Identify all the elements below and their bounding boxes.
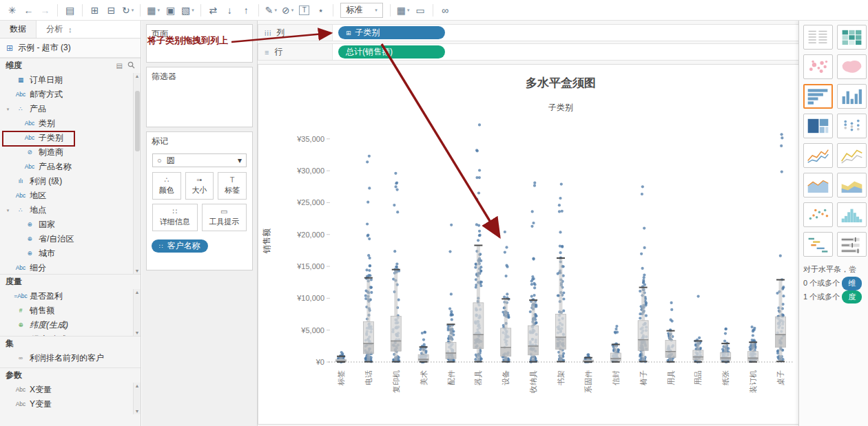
showme-bullet-thumb[interactable] (837, 232, 867, 257)
mark-type-dropdown[interactable]: ○ 圆 ▾ (152, 153, 247, 167)
sum-sales-pill[interactable]: 总计(销售额) (338, 45, 445, 58)
field-item[interactable]: AbcY变量 (0, 397, 141, 412)
svg-text:¥0: ¥0 (316, 358, 324, 366)
showme-filled-map-thumb[interactable] (837, 54, 867, 79)
tab-analytics[interactable]: 分析 ↕ (37, 21, 82, 38)
text-label-icon: T (299, 6, 309, 15)
customer-name-pill[interactable]: ∷ 客户名称 (152, 239, 208, 253)
label-button[interactable]: T标签 (218, 172, 247, 200)
toolbar-separator (433, 4, 433, 17)
color-button[interactable]: ∴颜色 (152, 172, 181, 200)
svg-text:设备: 设备 (502, 370, 510, 385)
fix-axes-button[interactable]: ⋆ (313, 2, 329, 19)
field-item[interactable]: AbcX变量 (0, 383, 141, 397)
showme-h-bars-thumb[interactable] (803, 84, 833, 109)
field-item[interactable]: Abc邮寄方式 (0, 87, 141, 102)
showme-line-disc-thumb[interactable] (837, 143, 867, 168)
showme-symbol-map-thumb[interactable] (803, 54, 833, 79)
set-icon: ∞ (12, 355, 30, 361)
subcategory-pill[interactable]: ⊞ 子类别 (338, 26, 445, 39)
presentation-mode-button[interactable]: ▭ (413, 2, 428, 19)
field-item[interactable]: ⊘制造商 (0, 145, 141, 160)
showme-gantt-thumb[interactable] (803, 232, 833, 257)
chart-canvas[interactable]: 多水平盒须图子类别销售额¥0¥5,000¥10,000¥15,000¥20,00… (258, 65, 798, 424)
duplicate-sheet-button[interactable]: ▣ (163, 2, 178, 19)
field-item[interactable]: ▦订单日期 (0, 73, 141, 87)
field-item[interactable]: Abc类别 (0, 116, 141, 131)
mark-buttons-row1: ∴颜色▫▪大小T标签 (152, 172, 247, 200)
showme-histogram-thumb[interactable] (837, 202, 867, 227)
filters-shelf[interactable]: 筛选器 (146, 67, 253, 127)
tab-data-label: 数据 (10, 23, 26, 35)
parameters-header[interactable]: 参数 (0, 368, 141, 383)
group-members-button[interactable]: ⊘▾ (280, 2, 296, 19)
marks-card[interactable]: 标记 ○ 圆 ▾ ∴颜色▫▪大小T标签 ∷详细信息▭工具提示 ∷ 客户名称 (146, 131, 253, 270)
dimensions-header[interactable]: 维度 ▤ (0, 58, 141, 73)
field-item[interactable]: Abc地区 (0, 189, 141, 203)
share-workbook-button[interactable]: ∞ (437, 2, 453, 19)
undo-button[interactable]: ← (21, 2, 37, 19)
field-item[interactable]: #销售额 (0, 303, 141, 318)
field-item[interactable]: ⊕经度(生成) (0, 332, 141, 336)
undo-icon: ← (24, 6, 34, 15)
sort-descending-button[interactable]: ↑ (238, 2, 254, 19)
field-item[interactable]: Abc细分 (0, 261, 141, 274)
showme-text-table-thumb[interactable] (803, 25, 833, 50)
svg-text:用具: 用具 (667, 370, 675, 385)
new-worksheet-button[interactable]: ▦▾ (145, 2, 162, 19)
highlight-button[interactable]: ✎▾ (263, 2, 279, 19)
field-item[interactable]: ⊕省/自治区 (0, 232, 141, 246)
showme-area-disc-thumb[interactable] (837, 173, 867, 198)
rows-shelf[interactable]: ≡ 行 总计(销售额) (258, 43, 799, 61)
show-mark-labels-button[interactable]: ▦▾ (395, 2, 412, 19)
search-icon[interactable] (127, 61, 135, 70)
showme-circle-views-thumb[interactable] (837, 114, 867, 138)
showme-v-bars-thumb[interactable] (837, 84, 867, 109)
columns-shelf[interactable]: iii 列 ⊞ 子类别 (258, 24, 799, 41)
field-item[interactable]: ⊕城市 (0, 246, 141, 261)
field-item[interactable]: Abc产品名称 (0, 160, 141, 174)
fit-dropdown[interactable]: 标准▾ (340, 3, 383, 18)
detail-button[interactable]: ∷详细信息 (152, 204, 198, 231)
showme-treemap-thumb[interactable] (803, 114, 833, 138)
field-item[interactable]: =Abc是否盈利 (0, 289, 141, 303)
showme-area-cont-thumb[interactable] (803, 173, 833, 198)
tooltip-button[interactable]: ▭工具提示 (202, 204, 247, 231)
save-button[interactable]: ▤ (62, 2, 78, 19)
redo-button[interactable]: → (37, 2, 53, 19)
field-item[interactable]: ▾∴地点 (0, 203, 141, 217)
swap-axes-button[interactable]: ⇄ (205, 2, 221, 19)
sets-header[interactable]: 集 (0, 336, 141, 351)
add-datasource-button[interactable]: ⊞ (87, 2, 103, 19)
field-item[interactable]: ⊕国家 (0, 217, 141, 232)
sort-fields-icon[interactable]: ↕ (68, 25, 72, 34)
tableau-logo-button[interactable]: ✳ (4, 2, 20, 19)
clear-sheet-button[interactable]: ▧▾ (179, 2, 196, 19)
field-item[interactable]: ∞利润排名前列的客户 (0, 351, 141, 365)
datasource-item[interactable]: ⊞ 示例 - 超市 (3) (0, 39, 141, 58)
run-auto-updates-button[interactable]: ↻▾ (120, 2, 136, 19)
sort-ascending-button[interactable]: ↓ (222, 2, 238, 19)
showme-line-cont-thumb[interactable] (803, 143, 833, 168)
showme-scatter-thumb[interactable] (803, 202, 833, 227)
field-item[interactable]: ılı利润 (级) (0, 174, 141, 189)
meas-list: ▲ ▼ =Abc是否盈利#销售额⊕纬度(生成)⊕经度(生成) (0, 289, 141, 336)
field-item[interactable]: ▾∴产品 (0, 102, 141, 116)
showme-heatmap-thumb[interactable] (837, 25, 867, 50)
chart-card: 多水平盒须图子类别销售额¥0¥5,000¥10,000¥15,000¥20,00… (258, 64, 799, 425)
tooltip-icon: ▭ (220, 208, 227, 215)
view-list-icon[interactable]: ▤ (116, 62, 123, 70)
mark-type-label: 圆 (167, 155, 175, 167)
field-item[interactable]: Abc子类别 (0, 131, 141, 145)
show-me-panel: 对于水平条，尝 0 个或多个 维 1 个或多个 度 (798, 21, 868, 426)
pause-auto-updates-button[interactable]: ⊟ (103, 2, 119, 19)
hint-dimensions-req: 0 个或多个 维 (803, 277, 868, 290)
field-label: 订单日期 (30, 74, 63, 86)
measures-header[interactable]: 度量 (0, 274, 141, 289)
text-label-button[interactable]: T (296, 2, 312, 19)
tab-data[interactable]: 数据 (0, 21, 37, 38)
gantt-icon (805, 235, 831, 254)
field-item[interactable]: ⊕纬度(生成) (0, 318, 141, 332)
field-label: 邮寄方式 (30, 89, 63, 100)
size-button[interactable]: ▫▪大小 (185, 172, 214, 200)
